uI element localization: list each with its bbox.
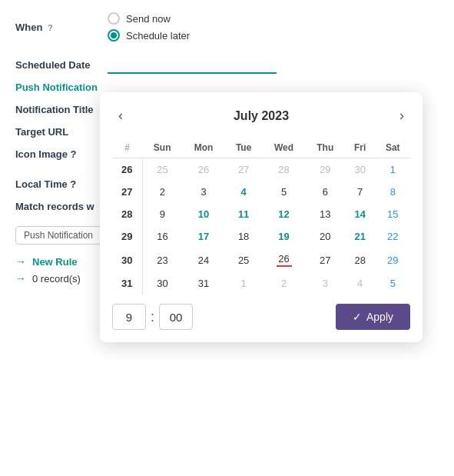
calendar-day-cell[interactable]: 11 [225, 203, 262, 225]
calendar-day-cell[interactable]: 7 [345, 181, 376, 203]
calendar-body: 2625262728293012723456782891011121314152… [112, 158, 410, 295]
when-help-icon[interactable]: ? [48, 23, 53, 32]
calendar-day-cell[interactable]: 4 [225, 181, 262, 203]
when-radio-group: Send now Schedule later [108, 12, 190, 42]
when-label: When ? [15, 22, 108, 33]
scheduled-date-row: Scheduled Date [15, 55, 439, 74]
calendar-day-cell[interactable]: 26 [262, 248, 305, 272]
calendar-day-cell[interactable]: 20 [306, 225, 345, 248]
calendar-day-cell[interactable]: 27 [225, 158, 262, 181]
calendar-month-title: July 2023 [234, 109, 289, 123]
week-num-header: # [112, 138, 142, 158]
calendar-day-cell[interactable]: 10 [182, 203, 225, 225]
calendar-day-cell[interactable]: 27 [306, 248, 345, 272]
hour-input[interactable] [112, 304, 146, 330]
sat-header: Sat [376, 138, 410, 158]
check-icon: ✓ [353, 311, 362, 323]
calendar-week-row: 3023242526272829 [112, 248, 410, 272]
sun-header: Sun [142, 138, 182, 158]
calendar-day-cell[interactable]: 3 [306, 272, 345, 295]
calendar-day-cell[interactable]: 22 [376, 225, 410, 248]
records-arrow-icon: → [15, 272, 26, 285]
week-number-cell: 29 [112, 225, 142, 248]
new-rule-arrow-icon: → [15, 255, 26, 268]
send-now-label: Send now [126, 13, 171, 25]
calendar-week-row: 31303112345 [112, 272, 410, 295]
calendar-day-cell[interactable]: 4 [345, 272, 376, 295]
prev-month-button[interactable]: ‹ [112, 105, 129, 127]
local-time-help-icon[interactable]: ? [70, 178, 76, 190]
calendar-day-cell[interactable]: 23 [142, 248, 182, 272]
calendar-day-cell[interactable]: 25 [142, 158, 182, 181]
calendar-popup: ‹ July 2023 › # Sun Mon Tue Wed Thu Fri … [100, 92, 423, 342]
week-number-cell: 31 [112, 272, 142, 295]
calendar-day-cell[interactable]: 25 [225, 248, 262, 272]
new-rule-button[interactable]: New Rule [32, 256, 78, 268]
when-row: When ? Send now Schedule later [15, 12, 439, 42]
calendar-day-cell[interactable]: 31 [182, 272, 225, 295]
calendar-day-cell[interactable]: 15 [376, 203, 410, 225]
week-number-cell: 30 [112, 248, 142, 272]
calendar-week-row: 272345678 [112, 181, 410, 203]
send-now-option[interactable]: Send now [108, 12, 190, 25]
calendar-day-cell[interactable]: 28 [262, 158, 305, 181]
calendar-day-cell[interactable]: 21 [345, 225, 376, 248]
calendar-day-cell[interactable]: 12 [262, 203, 305, 225]
calendar-day-cell[interactable]: 24 [182, 248, 225, 272]
calendar-day-cell[interactable]: 30 [345, 158, 376, 181]
week-number-cell: 26 [112, 158, 142, 181]
schedule-later-label: Schedule later [126, 30, 190, 42]
calendar-day-cell[interactable]: 1 [376, 158, 410, 181]
calendar-header: ‹ July 2023 › [112, 105, 410, 127]
calendar-day-cell[interactable]: 6 [306, 181, 345, 203]
calendar-day-cell[interactable]: 2 [262, 272, 305, 295]
send-now-radio[interactable] [108, 12, 120, 25]
calendar-day-cell[interactable]: 28 [345, 248, 376, 272]
week-number-cell: 27 [112, 181, 142, 203]
push-notification-label: Push Notification [15, 82, 439, 93]
calendar-day-cell[interactable]: 26 [182, 158, 225, 181]
calendar-day-cell[interactable]: 5 [262, 181, 305, 203]
calendar-day-cell[interactable]: 30 [142, 272, 182, 295]
calendar-day-cell[interactable]: 18 [225, 225, 262, 248]
calendar-week-row: 262526272829301 [112, 158, 410, 181]
calendar-grid: # Sun Mon Tue Wed Thu Fri Sat 2625262728… [112, 138, 410, 295]
calendar-day-cell[interactable]: 29 [306, 158, 345, 181]
apply-button[interactable]: ✓ Apply [336, 304, 410, 330]
calendar-week-row: 2916171819202122 [112, 225, 410, 248]
calendar-day-cell[interactable]: 1 [225, 272, 262, 295]
calendar-day-cell[interactable]: 5 [376, 272, 410, 295]
tue-header: Tue [225, 138, 262, 158]
calendar-day-cell[interactable]: 9 [142, 203, 182, 225]
schedule-later-option[interactable]: Schedule later [108, 29, 190, 42]
calendar-header-row: # Sun Mon Tue Wed Thu Fri Sat [112, 138, 410, 158]
push-notification-row: Push Notification [15, 82, 439, 93]
schedule-later-radio[interactable] [108, 29, 120, 42]
time-colon: : [147, 309, 157, 325]
next-month-button[interactable]: › [393, 105, 410, 127]
time-inputs: : [112, 304, 193, 330]
icon-help-icon[interactable]: ? [71, 148, 77, 160]
wed-header: Wed [262, 138, 305, 158]
mon-header: Mon [182, 138, 225, 158]
calendar-week-row: 289101112131415 [112, 203, 410, 225]
calendar-day-cell[interactable]: 17 [182, 225, 225, 248]
calendar-day-cell[interactable]: 13 [306, 203, 345, 225]
page-wrapper: When ? Send now Schedule later Scheduled… [0, 0, 454, 476]
calendar-day-cell[interactable]: 2 [142, 181, 182, 203]
thu-header: Thu [306, 138, 345, 158]
minute-input[interactable] [159, 304, 193, 330]
fri-header: Fri [345, 138, 376, 158]
calendar-day-cell[interactable]: 14 [345, 203, 376, 225]
push-notif-filter-box[interactable]: Push Notification [15, 226, 101, 245]
calendar-day-cell[interactable]: 29 [376, 248, 410, 272]
scheduled-date-input[interactable] [108, 55, 277, 74]
week-number-cell: 28 [112, 203, 142, 225]
apply-button-label: Apply [366, 311, 393, 323]
calendar-day-cell[interactable]: 8 [376, 181, 410, 203]
calendar-day-cell[interactable]: 16 [142, 225, 182, 248]
scheduled-date-label: Scheduled Date [15, 59, 108, 71]
calendar-day-cell[interactable]: 3 [182, 181, 225, 203]
time-apply-row: : ✓ Apply [112, 304, 410, 330]
calendar-day-cell[interactable]: 19 [262, 225, 305, 248]
